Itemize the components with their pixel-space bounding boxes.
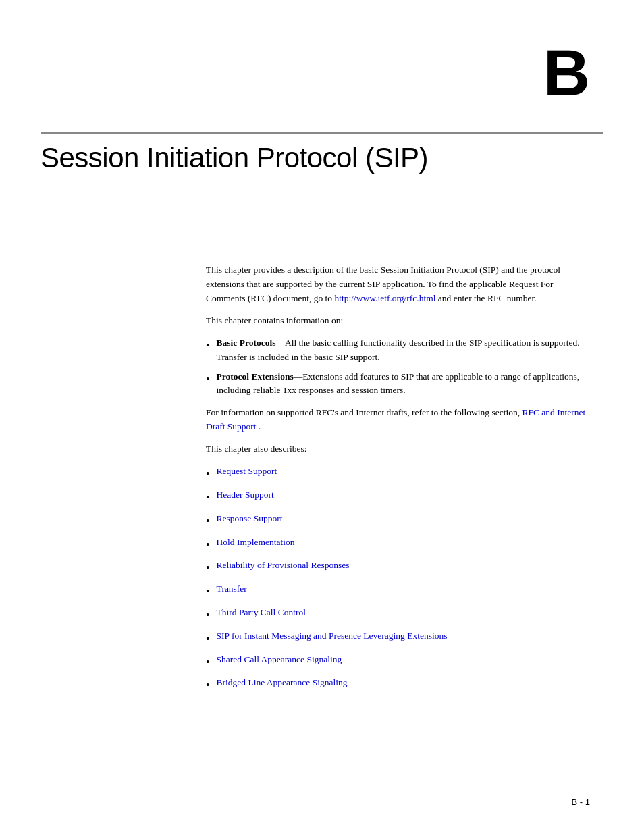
links-bullet-list: • Request Support • Header Support • Res… (206, 465, 590, 694)
hold-implementation-link[interactable]: Hold Implementation (217, 537, 295, 547)
bullet-dot-link-10: • (206, 677, 210, 694)
link-text-3: Response Support (217, 512, 590, 526)
list-item-third-party: • Third Party Call Control (206, 606, 590, 624)
intro-text-after-link: and enter the RFC number. (438, 293, 537, 303)
link-text-4: Hold Implementation (217, 536, 590, 550)
link-text-8: SIP for Instant Messaging and Presence L… (217, 629, 590, 644)
bullet-dot-1: • (206, 338, 210, 355)
link-text-1: Request Support (217, 465, 590, 479)
page-footer: B - 1 (572, 797, 590, 807)
bullet-dot-link-1: • (206, 466, 210, 483)
bullet-dot-link-5: • (206, 560, 210, 577)
bullet-dot-link-4: • (206, 537, 210, 554)
transfer-link[interactable]: Transfer (217, 583, 247, 594)
contains-label: This chapter contains information on: (206, 314, 590, 328)
bullet-dot-2: • (206, 371, 210, 388)
bullet-dot-link-6: • (206, 583, 210, 600)
intro-paragraph: This chapter provides a description of t… (206, 263, 590, 306)
info-bullet-list: • Basic Protocols—All the basic calling … (206, 336, 590, 398)
list-item-request-support: • Request Support (206, 465, 590, 483)
page-container: B Session Initiation Protocol (SIP) This… (0, 0, 644, 834)
header-support-link[interactable]: Header Support (217, 490, 274, 500)
bullet-dot-link-8: • (206, 631, 210, 648)
third-party-link[interactable]: Third Party Call Control (217, 607, 306, 617)
link-text-6: Transfer (217, 582, 590, 596)
rfc-text-prefix: For information on supported RFC's and I… (206, 407, 522, 417)
link-text-2: Header Support (217, 488, 590, 502)
bullet-text-1: Basic Protocols—All the basic calling fu… (217, 336, 590, 365)
bullet-text-2: Protocol Extensions—Extensions add featu… (217, 370, 590, 398)
top-rule (41, 132, 603, 134)
shared-call-link[interactable]: Shared Call Appearance Signaling (217, 654, 342, 664)
content-area: This chapter provides a description of t… (206, 263, 590, 702)
bullet-dot-link-7: • (206, 607, 210, 624)
ietf-link[interactable]: http://www.ietf.org/rfc.html (335, 293, 438, 303)
list-item-bridged-line: • Bridged Line Appearance Signaling (206, 676, 590, 694)
list-item-hold-implementation: • Hold Implementation (206, 536, 590, 554)
simple-link[interactable]: SIP for Instant Messaging and Presence L… (217, 631, 448, 641)
response-support-link[interactable]: Response Support (217, 513, 283, 523)
list-item-transfer: • Transfer (206, 582, 590, 600)
list-item-header-support: • Header Support (206, 488, 590, 506)
list-item-simple: • SIP for Instant Messaging and Presence… (206, 629, 590, 648)
link-text-9: Shared Call Appearance Signaling (217, 653, 590, 667)
link-text-5: Reliability of Provisional Responses (217, 558, 590, 573)
rfc-paragraph: For information on supported RFC's and I… (206, 406, 590, 434)
link-text-7: Third Party Call Control (217, 606, 590, 620)
bullet-dot-link-9: • (206, 654, 210, 671)
bullet-dot-link-3: • (206, 513, 210, 530)
request-support-link[interactable]: Request Support (217, 466, 277, 476)
list-item-shared-call: • Shared Call Appearance Signaling (206, 653, 590, 671)
reliability-link[interactable]: Reliability of Provisional Responses (217, 560, 350, 570)
also-describes-label: This chapter also describes: (206, 442, 590, 457)
bullet-protocol-extensions: • Protocol Extensions—Extensions add fea… (206, 370, 590, 398)
chapter-letter: B (543, 41, 590, 105)
list-item-reliability: • Reliability of Provisional Responses (206, 558, 590, 577)
rfc-text-suffix: . (259, 421, 261, 432)
bullet-dot-link-2: • (206, 490, 210, 506)
chapter-title: Session Initiation Protocol (SIP) (41, 142, 603, 174)
list-item-response-support: • Response Support (206, 512, 590, 530)
link-text-10: Bridged Line Appearance Signaling (217, 676, 590, 690)
bullet-basic-protocols: • Basic Protocols—All the basic calling … (206, 336, 590, 365)
bridged-line-link[interactable]: Bridged Line Appearance Signaling (217, 677, 348, 687)
